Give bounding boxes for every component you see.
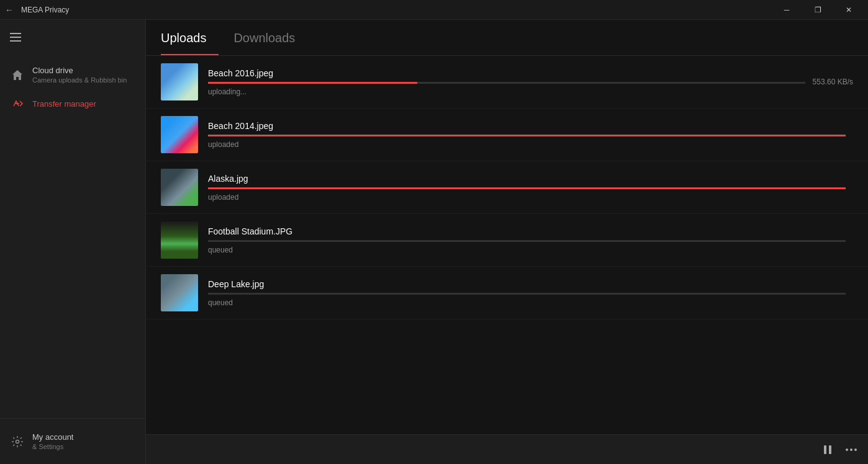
tab-uploads[interactable]: Uploads xyxy=(161,20,219,55)
transfer-item: Beach 2016.jpeg uploading... 553.60 KB/s xyxy=(146,56,868,109)
transfer-filename: Football Stadium.JPG xyxy=(208,226,846,236)
restore-button[interactable]: ❐ xyxy=(803,0,832,20)
sidebar-item-account[interactable]: My account & Settings xyxy=(0,426,145,457)
transfer-thumbnail xyxy=(161,221,198,259)
transfer-info: Alaska.jpg uploaded xyxy=(208,174,846,202)
minimize-button[interactable]: ─ xyxy=(772,0,801,20)
transfer-thumbnail xyxy=(161,116,198,153)
transfer-status: uploaded xyxy=(208,193,846,202)
transfer-thumbnail xyxy=(161,274,198,311)
sidebar-nav: Cloud drive Camera uploads & Rubbish bin… xyxy=(0,55,145,418)
transfer-progress-bar xyxy=(208,187,846,189)
transfer-info: Football Stadium.JPG queued xyxy=(208,226,846,254)
back-button[interactable]: ← xyxy=(5,5,14,15)
tab-downloads[interactable]: Downloads xyxy=(233,20,307,55)
account-content: My account & Settings xyxy=(32,432,73,450)
transfer-status: uploading... xyxy=(208,87,805,96)
sidebar: Cloud drive Camera uploads & Rubbish bin… xyxy=(0,20,146,464)
transfer-status: queued xyxy=(208,298,846,307)
titlebar: ← MEGA Privacy ─ ❐ ✕ xyxy=(0,0,868,20)
transfer-item: Beach 2014.jpeg uploaded xyxy=(146,109,868,161)
more-options-button[interactable] xyxy=(844,443,858,457)
transfer-thumbnail xyxy=(161,63,198,100)
home-icon xyxy=(10,68,25,83)
svg-point-0 xyxy=(16,440,19,443)
transfer-status: uploaded xyxy=(208,140,846,149)
transfer-info: Beach 2016.jpeg uploading... xyxy=(208,68,805,96)
svg-rect-2 xyxy=(829,445,831,454)
window-controls: ─ ❐ ✕ xyxy=(772,0,863,20)
app-body: Cloud drive Camera uploads & Rubbish bin… xyxy=(0,20,868,464)
svg-point-5 xyxy=(854,448,857,451)
account-title: My account xyxy=(32,432,73,442)
sidebar-item-transfer-manager[interactable]: Transfer manager xyxy=(0,90,145,117)
transfer-filename: Beach 2014.jpeg xyxy=(208,121,846,131)
cloud-drive-subtitle: Camera uploads & Rubbish bin xyxy=(32,76,127,84)
bottom-bar xyxy=(146,434,868,464)
account-subtitle: & Settings xyxy=(32,443,73,450)
transfer-progress-fill xyxy=(208,187,846,189)
transfer-progress-bar xyxy=(208,135,846,136)
sidebar-bottom: My account & Settings xyxy=(0,418,145,464)
transfer-filename: Alaska.jpg xyxy=(208,174,846,184)
transfer-manager-content: Transfer manager xyxy=(32,99,96,109)
sidebar-item-cloud-drive[interactable]: Cloud drive Camera uploads & Rubbish bin xyxy=(0,60,145,90)
hamburger-button[interactable] xyxy=(0,25,145,50)
svg-point-3 xyxy=(846,448,848,451)
close-button[interactable]: ✕ xyxy=(834,0,863,20)
transfer-progress-bar xyxy=(208,240,846,242)
transfer-progress-fill xyxy=(208,82,417,84)
transfer-filename: Deep Lake.jpg xyxy=(208,279,846,289)
content-area: Uploads Downloads Beach 2016.jpeg upload… xyxy=(146,20,868,464)
tab-bar: Uploads Downloads xyxy=(146,20,868,56)
sidebar-top xyxy=(0,20,145,55)
transfer-progress-bar xyxy=(208,293,846,295)
svg-rect-1 xyxy=(824,445,826,454)
transfer-filename: Beach 2016.jpeg xyxy=(208,68,805,78)
pause-button[interactable] xyxy=(821,443,834,457)
cloud-drive-content: Cloud drive Camera uploads & Rubbish bin xyxy=(32,66,127,84)
transfer-info: Deep Lake.jpg queued xyxy=(208,279,846,307)
settings-icon xyxy=(10,434,25,449)
cloud-drive-title: Cloud drive xyxy=(32,66,127,75)
transfer-item: Deep Lake.jpg queued xyxy=(146,267,868,319)
transfer-thumbnail xyxy=(161,169,198,206)
transfer-item: Alaska.jpg uploaded xyxy=(146,161,868,214)
hamburger-icon xyxy=(10,33,21,42)
transfer-icon xyxy=(10,96,25,111)
bottom-controls xyxy=(821,443,858,457)
app-title: MEGA Privacy xyxy=(21,6,772,14)
transfer-speed: 553.60 KB/s xyxy=(813,78,853,86)
transfer-list: Beach 2016.jpeg uploading... 553.60 KB/s… xyxy=(146,56,868,434)
svg-point-4 xyxy=(850,448,852,451)
transfer-progress-fill xyxy=(208,135,846,136)
transfer-status: queued xyxy=(208,246,846,254)
transfer-manager-title: Transfer manager xyxy=(32,99,96,109)
transfer-info: Beach 2014.jpeg uploaded xyxy=(208,121,846,149)
transfer-progress-bar xyxy=(208,82,805,84)
transfer-item: Football Stadium.JPG queued xyxy=(146,214,868,267)
